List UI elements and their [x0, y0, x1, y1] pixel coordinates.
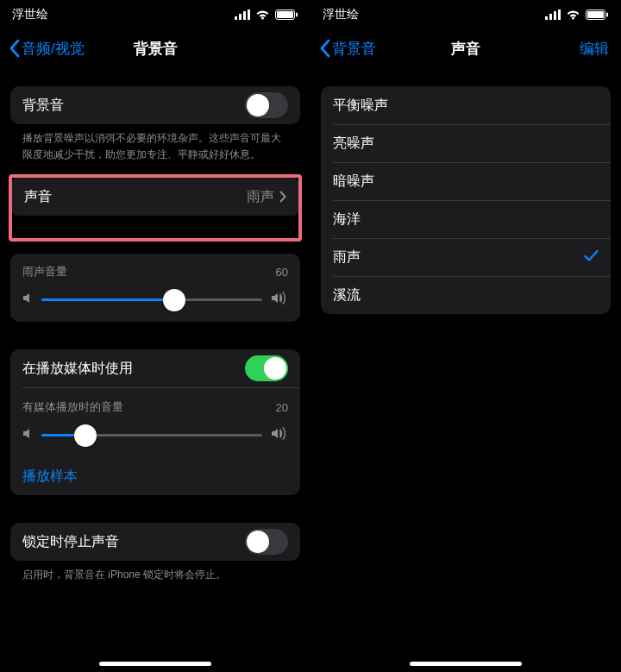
content-left: 背景音 播放背景噪声以消弭不必要的环境杂声。这些声音可最大限度地减少干扰，助您更…: [0, 67, 310, 672]
row-play-sample[interactable]: 播放样本: [10, 457, 300, 495]
sound-options-list: 平衡噪声亮噪声暗噪声海洋雨声溪流: [321, 86, 611, 314]
option-label: 雨声: [333, 248, 361, 267]
sound-option[interactable]: 海洋: [321, 200, 611, 238]
switch-background-sound[interactable]: [245, 92, 288, 118]
home-indicator[interactable]: [410, 662, 522, 666]
phone-left: 浮世绘 音频/视觉 背景音 背景音 播放背景噪声以消弭不必要的环境杂声。这些声音: [0, 0, 310, 672]
row-sound[interactable]: 声音 雨声: [12, 178, 298, 216]
back-label: 背景音: [332, 39, 376, 59]
content-right: 平衡噪声亮噪声暗噪声海洋雨声溪流: [310, 67, 621, 672]
svg-rect-9: [554, 11, 556, 20]
sound-option[interactable]: 溪流: [321, 276, 611, 314]
svg-rect-13: [606, 13, 608, 17]
slider-value: 20: [276, 401, 288, 414]
status-title: 浮世绘: [12, 7, 48, 22]
slider-label: 雨声音量: [22, 264, 67, 279]
edit-button[interactable]: 编辑: [580, 39, 609, 59]
cellular-icon: [235, 9, 250, 20]
svg-rect-8: [549, 14, 552, 20]
cellular-icon: [545, 9, 561, 20]
back-label: 音频/视觉: [22, 39, 85, 59]
svg-rect-2: [243, 11, 246, 20]
status-bar: 浮世绘: [0, 0, 310, 29]
option-label: 亮噪声: [333, 135, 374, 153]
option-label: 海洋: [333, 210, 361, 229]
svg-rect-1: [239, 14, 242, 20]
slider-label: 有媒体播放时的音量: [22, 399, 123, 415]
status-bar: 浮世绘: [310, 0, 621, 29]
battery-icon: [275, 9, 298, 20]
volume-low-icon: [22, 292, 33, 308]
home-indicator[interactable]: [99, 662, 211, 666]
group-volume1: 雨声音量 60: [10, 254, 300, 322]
chevron-left-icon: [9, 39, 20, 58]
sound-option[interactable]: 雨声: [321, 238, 611, 276]
svg-rect-5: [277, 11, 293, 18]
status-icons: [545, 9, 609, 20]
option-label: 暗噪声: [333, 173, 374, 191]
highlight-sound-row: 声音 雨声: [9, 174, 302, 242]
volume-high-icon: [271, 292, 288, 308]
svg-rect-6: [296, 13, 298, 17]
group-bgsound: 背景音: [10, 86, 300, 124]
row-label: 声音: [24, 188, 52, 206]
checkmark-icon: [584, 249, 599, 266]
volume-slider-rain[interactable]: [41, 298, 262, 301]
row-label: 在播放媒体时使用: [22, 360, 133, 378]
row-use-when-media[interactable]: 在播放媒体时使用: [10, 349, 300, 387]
volume-high-icon: [271, 427, 288, 443]
wifi-icon: [255, 9, 270, 20]
row-label: 锁定时停止声音: [22, 533, 119, 551]
row-stop-when-locked[interactable]: 锁定时停止声音: [10, 523, 300, 561]
sound-option[interactable]: 亮噪声: [321, 124, 611, 162]
volume-low-icon: [22, 427, 33, 443]
sound-option[interactable]: 平衡噪声: [321, 86, 611, 124]
row-value: 雨声: [247, 188, 274, 206]
group-media: 在播放媒体时使用 有媒体播放时的音量 20: [10, 349, 300, 495]
chevron-right-icon: [279, 191, 286, 203]
option-label: 溪流: [333, 286, 361, 305]
switch-stop-when-locked[interactable]: [245, 529, 288, 555]
link-label: 播放样本: [22, 468, 78, 486]
option-label: 平衡噪声: [333, 97, 388, 115]
nav-bar: 音频/视觉 背景音: [0, 29, 310, 67]
svg-rect-0: [235, 16, 237, 20]
lock-help: 启用时，背景音在 iPhone 锁定时将会停止。: [10, 561, 300, 583]
back-button[interactable]: 背景音: [319, 39, 376, 59]
row-background-sound[interactable]: 背景音: [10, 86, 300, 124]
sound-option[interactable]: 暗噪声: [321, 162, 611, 200]
status-icons: [235, 9, 298, 20]
switch-use-when-media[interactable]: [245, 355, 288, 381]
row-label: 背景音: [22, 97, 64, 115]
svg-rect-3: [248, 9, 250, 20]
svg-rect-7: [545, 16, 548, 20]
status-title: 浮世绘: [323, 7, 359, 22]
group-lock: 锁定时停止声音: [10, 523, 300, 561]
svg-rect-10: [558, 9, 561, 20]
chevron-left-icon: [319, 39, 330, 58]
svg-rect-12: [587, 11, 604, 18]
battery-icon: [586, 9, 609, 20]
back-button[interactable]: 音频/视觉: [9, 39, 85, 59]
nav-bar: 背景音 声音 编辑: [310, 29, 621, 67]
volume-slider-media[interactable]: [41, 434, 262, 436]
wifi-icon: [566, 9, 580, 20]
bgsound-help: 播放背景噪声以消弭不必要的环境杂声。这些声音可最大限度地减少干扰，助您更加专注、…: [10, 124, 300, 162]
phone-right: 浮世绘 背景音 声音 编辑 平衡噪声亮噪声暗噪声海洋雨声溪流: [310, 0, 621, 672]
slider-value: 60: [276, 266, 288, 279]
